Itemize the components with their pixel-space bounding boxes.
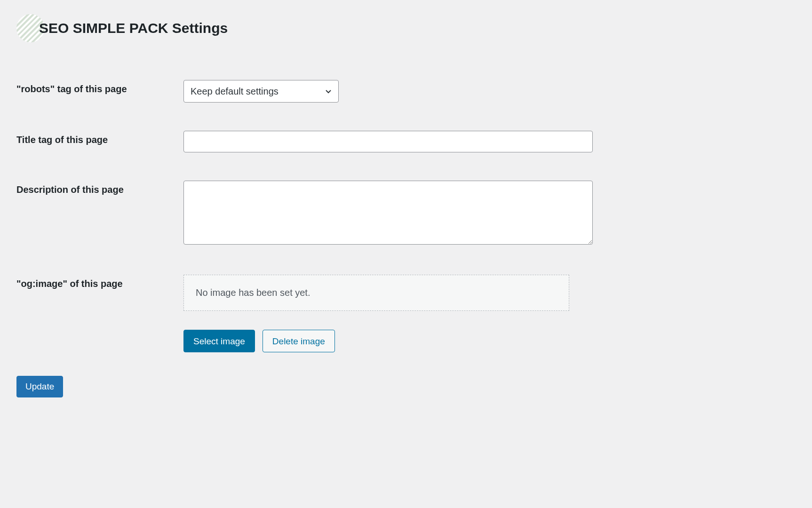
ogimage-label: "og:image" of this page — [16, 275, 183, 289]
robots-select[interactable]: Keep default settings — [183, 80, 339, 103]
robots-control: Keep default settings — [183, 80, 593, 103]
delete-image-button[interactable]: Delete image — [263, 330, 335, 352]
robots-field-row: "robots" tag of this page Keep default s… — [16, 80, 796, 103]
title-input[interactable] — [183, 131, 593, 152]
ogimage-actions: Select image Delete image — [183, 330, 569, 352]
title-control — [183, 131, 593, 152]
panel-title: SEO SIMPLE PACK Settings — [39, 20, 228, 36]
description-field-row: Description of this page — [16, 181, 796, 246]
ogimage-dropzone: No image has been set yet. — [183, 275, 569, 311]
robots-label: "robots" tag of this page — [16, 80, 183, 95]
description-label: Description of this page — [16, 181, 183, 195]
update-button[interactable]: Update — [16, 376, 63, 397]
ogimage-placeholder-text: No image has been set yet. — [196, 287, 310, 298]
select-image-button[interactable]: Select image — [183, 330, 255, 352]
robots-select-wrapper: Keep default settings — [183, 80, 339, 103]
ogimage-control: No image has been set yet. Select image … — [183, 275, 569, 352]
ogimage-field-row: "og:image" of this page No image has bee… — [16, 275, 796, 352]
description-textarea[interactable] — [183, 181, 593, 245]
title-label: Title tag of this page — [16, 131, 183, 145]
panel-header: SEO SIMPLE PACK Settings — [16, 14, 796, 42]
description-control — [183, 181, 593, 246]
title-field-row: Title tag of this page — [16, 131, 796, 152]
